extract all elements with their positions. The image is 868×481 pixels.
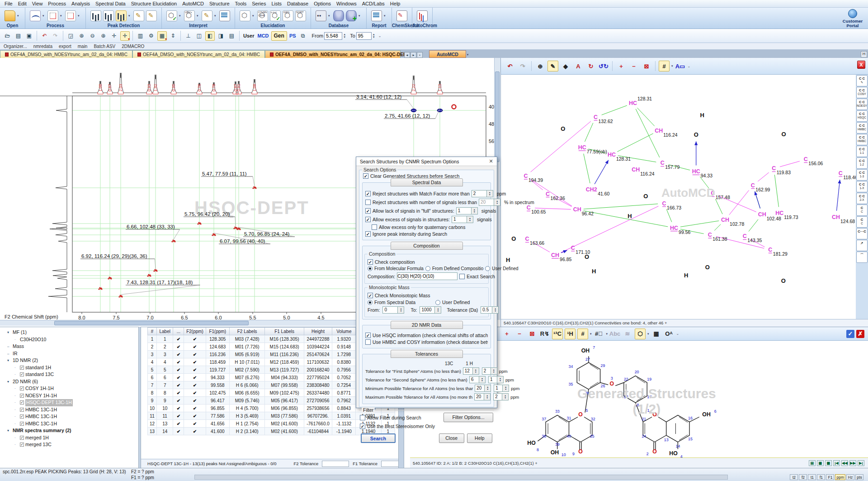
mcd-atom[interactable]: O bbox=[781, 277, 786, 284]
spectral-data-section-button[interactable]: Spectral Data bbox=[391, 178, 463, 186]
ps-button[interactable]: PS bbox=[288, 33, 297, 38]
mcd-canvas[interactable]: OC132.62HC128.31HCH116.24OOHC77.59(ob)HC… bbox=[501, 75, 856, 319]
axis-unit-button[interactable]: F1 bbox=[826, 474, 834, 480]
layout-3-button[interactable]: ◨ bbox=[216, 31, 226, 41]
mcd-atom[interactable]: CH116.24 bbox=[655, 128, 678, 138]
from-molecular-formula-radio[interactable] bbox=[368, 266, 373, 271]
generate-icon[interactable]: GEN. bbox=[283, 10, 293, 21]
mcd-bond-type-button[interactable]: C C1-1 bbox=[856, 146, 868, 157]
peak-annotation[interactable]: 6.92, 116.24 (29, 29)(36, 36) bbox=[81, 253, 147, 259]
struct-abc2-button[interactable]: ≋ bbox=[622, 329, 633, 339]
atom-number[interactable]: 14 bbox=[675, 444, 680, 448]
mcd-atom[interactable]: CH96.42 bbox=[573, 206, 594, 216]
struct-numbering-button[interactable]: # bbox=[577, 329, 588, 339]
sort-icon[interactable]: SORT bbox=[295, 10, 306, 21]
row-checkbox[interactable]: ✔ bbox=[173, 351, 184, 358]
h-corner-button[interactable]: H bbox=[861, 51, 867, 57]
mcd-atom[interactable]: C166.73 bbox=[662, 200, 682, 210]
atom-label[interactable]: HO bbox=[669, 450, 678, 457]
automcd-tab[interactable]: AutoMCD bbox=[429, 50, 466, 58]
menu-item-edit[interactable]: Edit bbox=[15, 0, 29, 7]
next-structure-button[interactable]: ▶▶ bbox=[849, 460, 856, 466]
search-button[interactable]: Search bbox=[361, 433, 396, 443]
chemsketch-icon[interactable] bbox=[396, 10, 407, 21]
layout-2-button[interactable]: ◧ bbox=[205, 31, 215, 41]
tree-item[interactable]: ·✓NOESY 1H-1H bbox=[7, 392, 73, 400]
mcd-atom[interactable]: C118.46 bbox=[839, 170, 856, 180]
mcd-atom[interactable]: HC94.33 bbox=[692, 168, 712, 178]
tree-item[interactable]: ▾NMR spectra summary (2) bbox=[7, 427, 73, 434]
tree-item[interactable]: ▾1D NMR (2) bbox=[7, 357, 73, 364]
row-checkbox[interactable]: ✔ bbox=[184, 381, 206, 389]
hscroll-thumb[interactable] bbox=[54, 321, 249, 325]
mcd-atom[interactable]: C143.35 bbox=[743, 233, 762, 243]
tree-expander[interactable]: ▾ bbox=[7, 357, 11, 364]
spectrum-settings-button[interactable]: ⚙ bbox=[146, 31, 156, 41]
menu-item-windows[interactable]: Windows bbox=[334, 0, 359, 7]
row-checkbox[interactable]: ✔ bbox=[173, 366, 184, 374]
atom-number[interactable]: 40 bbox=[567, 434, 571, 438]
mcd-bond-type-button[interactable]: C C1-2 bbox=[856, 157, 868, 169]
mcd-bond-type-button[interactable]: C C✎ bbox=[856, 75, 868, 86]
zoom-in-button[interactable]: ⊕ bbox=[99, 31, 108, 41]
chevron-down-icon[interactable]: ▾ bbox=[467, 53, 469, 57]
column-header[interactable]: ... bbox=[173, 328, 184, 335]
tolerances-section-button[interactable]: Tolerances bbox=[391, 350, 463, 358]
mcd-atom-label-button[interactable]: A bbox=[573, 61, 584, 71]
check-composition-checkbox[interactable]: ✓ bbox=[368, 259, 373, 265]
row-checkbox[interactable]: ✔ bbox=[184, 420, 206, 428]
tol1-1h-input[interactable]: 2 bbox=[482, 367, 491, 375]
table-view-button[interactable]: ▦▾ bbox=[157, 31, 167, 41]
mcd-rotate-button[interactable]: ↻ bbox=[585, 61, 596, 71]
row-checkbox[interactable]: ✔ bbox=[184, 428, 206, 435]
prev-structure-button[interactable]: ◀◀ bbox=[841, 460, 848, 466]
mcd-atom[interactable]: H bbox=[592, 268, 596, 275]
row-checkbox[interactable]: ✔ bbox=[184, 351, 206, 358]
close-button[interactable]: Close bbox=[439, 433, 464, 443]
mono-user-defined-radio[interactable] bbox=[435, 300, 440, 305]
user-button[interactable]: User bbox=[242, 33, 255, 38]
peak-pick-icon[interactable] bbox=[90, 10, 101, 21]
mcd-redo-button[interactable]: ↷ bbox=[517, 61, 528, 71]
tree-item[interactable]: ·C30H20O10 bbox=[7, 336, 73, 343]
mcd-bond-type-button[interactable]: C CNOESY bbox=[856, 99, 868, 110]
formula-icon[interactable]: C7H9N C6H6 bbox=[257, 10, 268, 21]
tree-item[interactable]: –IR bbox=[7, 350, 73, 357]
composition-input[interactable] bbox=[397, 272, 458, 280]
mcd-bond-type-button[interactable]: C C2-X bbox=[856, 193, 868, 204]
mcd-atom[interactable]: H bbox=[684, 272, 688, 279]
interpret-page-icon[interactable] bbox=[219, 10, 230, 21]
mcd-atom[interactable]: HC128.31 bbox=[608, 152, 631, 162]
mcd-atom[interactable]: O bbox=[705, 264, 710, 271]
column-header[interactable]: Height bbox=[304, 328, 332, 335]
mcd-add-button[interactable]: + bbox=[616, 61, 627, 71]
tree-item[interactable]: –Mass bbox=[7, 343, 73, 350]
tree-checkbox[interactable]: ✓ bbox=[20, 443, 24, 447]
tree-item[interactable]: ·✓standard 13C bbox=[7, 371, 73, 378]
mcd-atom[interactable]: HC128.31 bbox=[629, 96, 652, 106]
search-database-icon[interactable] bbox=[316, 10, 326, 21]
mcd-atom[interactable]: C156.06 bbox=[804, 156, 823, 166]
verify-structure-icon[interactable] bbox=[166, 10, 177, 21]
peak-annotation[interactable]: 5.47, 77.59 (11, 11) bbox=[202, 171, 247, 176]
atom-number[interactable]: 27 bbox=[585, 357, 590, 362]
row-checkbox[interactable]: ✔ bbox=[173, 335, 184, 343]
peak-annotation[interactable]: 6.66, 102.48 (33, 33) bbox=[127, 224, 175, 229]
atom-number[interactable]: 22 bbox=[624, 377, 628, 381]
tree-expander[interactable]: ▾ bbox=[7, 378, 11, 386]
struct-template-button[interactable]: ⬡ bbox=[635, 329, 646, 339]
open-icon[interactable] bbox=[5, 10, 15, 21]
menu-item-analysis[interactable]: Analysis bbox=[69, 0, 93, 7]
mcd-atom[interactable]: O bbox=[561, 125, 565, 132]
macro-item[interactable]: main bbox=[78, 44, 88, 49]
add-to-database-icon[interactable] bbox=[346, 10, 357, 21]
mcd-button[interactable]: MCD bbox=[256, 33, 269, 38]
ubv-icon[interactable]: UBV+ bbox=[184, 10, 195, 21]
menu-item-tools[interactable]: Tools bbox=[232, 0, 250, 7]
row-checkbox[interactable]: ✔ bbox=[173, 397, 184, 405]
chevron-down-icon[interactable]: ▾ bbox=[17, 14, 20, 18]
tree-checkbox[interactable]: ✓ bbox=[20, 394, 24, 398]
peak-annotation[interactable]: 5.75, 96.42 (20, 20) bbox=[184, 211, 230, 217]
clear-structures-checkbox[interactable]: ✓ bbox=[363, 173, 368, 179]
help-button[interactable]: Help bbox=[467, 433, 492, 443]
